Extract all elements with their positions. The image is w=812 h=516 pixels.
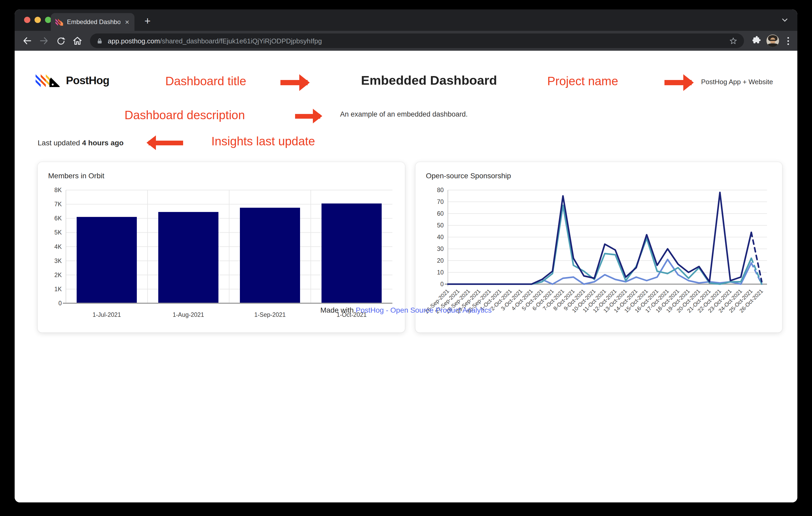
posthog-logo-icon <box>36 70 60 90</box>
svg-text:5K: 5K <box>54 229 62 236</box>
svg-text:2K: 2K <box>54 272 62 278</box>
project-name: PostHog App + Website <box>701 78 773 86</box>
made-with-text: Made with <box>320 306 355 314</box>
url-domain: app.posthog.com <box>108 37 160 45</box>
forward-button[interactable] <box>37 33 51 48</box>
screenshot-stage: Embedded Dashboard · Dashb × + <box>0 0 812 516</box>
dashboard-page: PostHog Dashboard title Embedded Dashboa… <box>14 51 798 503</box>
home-button[interactable] <box>70 33 85 48</box>
annotation-project-name: Project name <box>547 74 618 88</box>
dashboard-title: Embedded Dashboard <box>361 73 497 88</box>
posthog-wordmark: PostHog <box>66 74 109 87</box>
svg-text:50: 50 <box>437 222 444 229</box>
svg-text:80: 80 <box>437 187 444 193</box>
chart-title: Open-source Sponsorship <box>426 172 782 180</box>
svg-text:8K: 8K <box>54 187 62 193</box>
annotation-arrow-right-icon <box>295 114 320 119</box>
toolbar-right-icons <box>749 34 792 47</box>
svg-text:6K: 6K <box>54 215 62 222</box>
svg-text:40: 40 <box>437 234 444 241</box>
new-tab-button[interactable]: + <box>140 14 155 29</box>
tab-search-chevron-icon[interactable] <box>780 14 790 27</box>
back-button[interactable] <box>20 33 34 48</box>
minimize-window-button[interactable] <box>34 17 41 23</box>
lock-icon <box>96 37 103 44</box>
svg-text:4K: 4K <box>54 243 62 250</box>
svg-text:60: 60 <box>437 210 444 217</box>
browser-toolbar: app.posthog.com/shared_dashboard/fEjuk1e… <box>14 31 798 51</box>
svg-text:0: 0 <box>440 281 444 287</box>
annotation-dashboard-title: Dashboard title <box>165 74 246 88</box>
svg-text:1K: 1K <box>54 286 62 293</box>
svg-text:7K: 7K <box>54 201 62 208</box>
browser-menu-icon[interactable] <box>784 37 792 45</box>
posthog-favicon-icon <box>55 18 63 26</box>
svg-text:30: 30 <box>437 245 444 252</box>
url-path: /shared_dashboard/fEjuk1e61iQjYiRjODPDjp… <box>160 37 322 45</box>
last-updated-prefix: Last updated <box>38 139 82 147</box>
url-text: app.posthog.com/shared_dashboard/fEjuk1e… <box>108 37 724 45</box>
last-updated-value: 4 hours ago <box>82 139 124 147</box>
annotation-arrow-left-icon <box>149 141 183 145</box>
tab-close-icon[interactable]: × <box>124 18 130 26</box>
made-with-footer: Made with PostHog - Open Source Product … <box>14 306 798 314</box>
close-window-button[interactable] <box>24 17 30 23</box>
last-updated-text: Last updated 4 hours ago <box>38 139 123 147</box>
svg-text:70: 70 <box>437 199 444 205</box>
bookmark-star-icon[interactable] <box>729 36 738 45</box>
browser-window: Embedded Dashboard · Dashb × + <box>14 9 798 503</box>
annotation-insights-last-update: Insights last update <box>211 134 315 149</box>
window-controls <box>24 17 51 23</box>
avatar-shirt <box>767 43 778 47</box>
avatar-glasses <box>770 40 776 41</box>
posthog-logo: PostHog <box>36 70 109 90</box>
annotation-arrow-right-icon <box>281 80 308 85</box>
profile-avatar[interactable] <box>766 34 779 47</box>
maximize-window-button[interactable] <box>45 17 51 23</box>
chart-title: Members in Orbit <box>48 172 405 180</box>
extensions-puzzle-icon[interactable] <box>751 36 761 46</box>
annotation-dashboard-description: Dashboard description <box>124 108 245 122</box>
svg-text:3K: 3K <box>54 257 62 264</box>
tab-title: Embedded Dashboard · Dashb <box>67 18 120 26</box>
svg-text:20: 20 <box>437 257 444 264</box>
annotation-arrow-right-icon <box>664 80 692 85</box>
address-bar[interactable]: app.posthog.com/shared_dashboard/fEjuk1e… <box>90 33 744 48</box>
dashboard-description: An example of an embedded dashboard. <box>340 110 468 118</box>
reload-button[interactable] <box>53 33 68 48</box>
posthog-link[interactable]: PostHog - Open Source Product Analytics <box>356 306 492 314</box>
browser-tab[interactable]: Embedded Dashboard · Dashb × <box>51 13 135 31</box>
tab-bar: Embedded Dashboard · Dashb × + <box>14 9 798 31</box>
svg-text:10: 10 <box>437 269 444 276</box>
